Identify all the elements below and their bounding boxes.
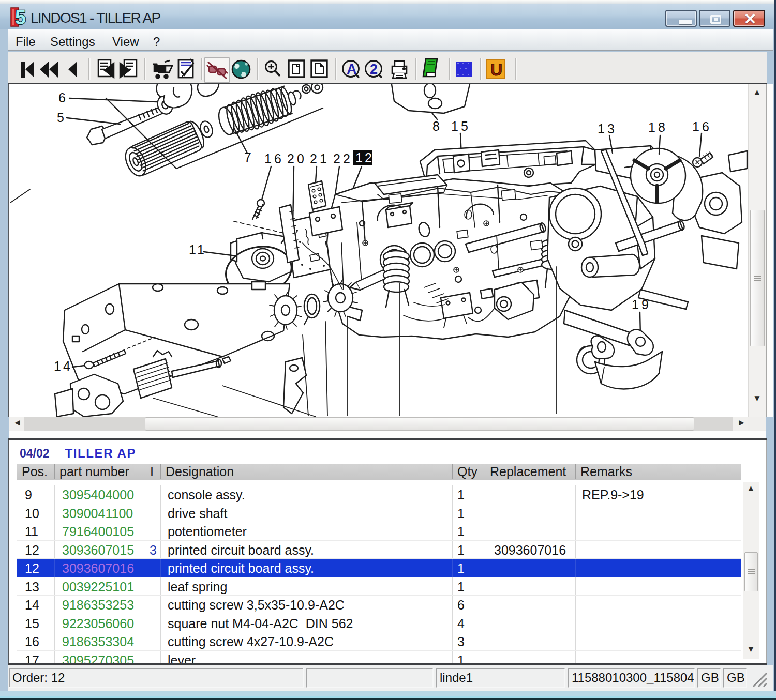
svg-text:5: 5 [15,7,26,27]
svg-text:20: 20 [287,151,307,166]
svg-text:U: U [490,60,502,79]
svg-text:12: 12 [355,150,374,165]
svg-text:A: A [347,62,357,77]
svg-text:15: 15 [451,119,471,133]
svg-text:14: 14 [54,359,72,373]
svg-text:7: 7 [244,150,251,164]
svg-text:6: 6 [58,90,66,105]
svg-text:13: 13 [598,121,617,136]
svg-text:5: 5 [57,110,64,125]
svg-text:16: 16 [264,151,284,166]
svg-text:19: 19 [632,297,651,312]
svg-text:18: 18 [648,120,668,134]
svg-text:11: 11 [189,242,206,257]
svg-text:22: 22 [333,151,353,166]
svg-text:8: 8 [432,119,440,133]
svg-text:2: 2 [370,62,378,77]
svg-text:21: 21 [310,151,330,166]
svg-text:16: 16 [692,119,712,134]
